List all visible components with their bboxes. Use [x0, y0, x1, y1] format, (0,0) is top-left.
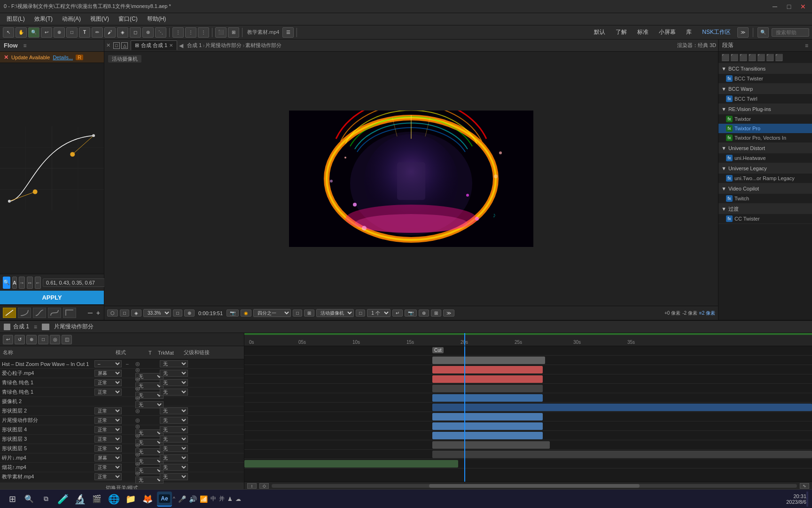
layer-mode-select-5[interactable]: 正常	[94, 407, 122, 414]
minimize-button[interactable]: ─	[771, 3, 779, 10]
effect-heatwave[interactable]: fx uni.Heatwave	[718, 153, 812, 163]
tool-hand[interactable]: ✋	[16, 27, 27, 38]
maximize-button[interactable]: □	[785, 3, 793, 10]
comp-menu-icon[interactable]: ≡	[34, 324, 37, 330]
breadcrumb-1[interactable]: 合成 1	[187, 42, 202, 49]
effect-bcc-twirl[interactable]: fx BCC Twirl	[718, 94, 812, 103]
layer-row-4[interactable]: 摄像机 2 ◎ 无	[0, 397, 244, 406]
layer-mode-select-11[interactable]: 正常	[94, 464, 122, 471]
tray-ime-2[interactable]: 并	[219, 495, 225, 503]
tool-text[interactable]: T	[79, 27, 90, 38]
layer-row-12[interactable]: 教学素材.mp4 正常 ◎ 无 无	[0, 472, 244, 482]
effect-twixtor-pro-vec[interactable]: fx Twixtor Pro, Vectors In	[718, 133, 812, 143]
tl-collapse-btn[interactable]: ◫	[62, 335, 72, 344]
layer-row-7[interactable]: 形状图层 4 正常 ◎ 无 无	[0, 425, 244, 435]
curve-icon-3[interactable]	[48, 308, 61, 318]
tl-lock-btn[interactable]: ◎	[50, 335, 60, 344]
align-left-icon[interactable]: ⬛	[721, 54, 729, 61]
layer-row-2[interactable]: 青绿色 纯色 1 正常 ◎ 无 无	[0, 378, 244, 388]
tool-zoom[interactable]: 🔍	[28, 27, 39, 38]
pt-frame-btn[interactable]: □	[173, 310, 182, 317]
switch-mode-label[interactable]: 切换开关/模式	[106, 484, 138, 489]
taskbar-task-view[interactable]: ⧉	[39, 492, 54, 507]
align-center-v-icon[interactable]: ⬛	[757, 54, 765, 61]
camera-select[interactable]: 活动摄像机	[316, 309, 354, 317]
layer-row-9[interactable]: 形状图层 5 正常 ◎ 无 无	[0, 444, 244, 453]
effect-bcc-twister[interactable]: fx BCC Twister	[718, 74, 812, 83]
section-revision-header[interactable]: ▼ RE:Vision Plug-ins	[718, 104, 812, 114]
taskbar-clock[interactable]: 20:31 2023/8/6	[786, 493, 806, 505]
tl-toggle-btn[interactable]: ↕	[247, 483, 257, 489]
effect-twixtor[interactable]: fx Twixtor	[718, 114, 812, 124]
layer-row-8[interactable]: 形状图层 3 正常 ◎ 无 无	[0, 435, 244, 444]
layer-mode-select-6[interactable]: 正常	[94, 417, 122, 424]
layer-parent-select-0[interactable]: 无	[160, 360, 188, 367]
section-universe-legacy-header[interactable]: ▼ Universe Legacy	[718, 163, 812, 174]
layer-mode-select-10[interactable]: 屏幕	[94, 454, 122, 461]
layer-mode-select-1[interactable]: 屏幕	[94, 370, 122, 377]
pt-view1-btn[interactable]: □	[293, 310, 302, 317]
tray-arrow[interactable]: ^	[173, 496, 175, 501]
tray-network[interactable]: 📶	[200, 495, 208, 503]
tool-unified[interactable]: ⊕	[54, 27, 65, 38]
menu-animation[interactable]: 动画(A)	[58, 14, 85, 24]
pt-color-btn[interactable]: ◉	[241, 310, 251, 317]
tool-select[interactable]: ↖	[3, 27, 14, 38]
tool-align1[interactable]: ⋮	[172, 27, 184, 38]
pt-toggle-btn[interactable]: ◈	[131, 310, 141, 317]
close-button[interactable]: ✕	[799, 3, 807, 10]
tool-eraser[interactable]: ◻	[130, 27, 141, 38]
layer-row-0[interactable]: Hst – Dist Zoom Pow Wave – In Out 1 – – …	[0, 359, 244, 369]
tool-align3[interactable]: ⋮	[198, 27, 209, 38]
pt-preview-btn[interactable]: □	[120, 310, 129, 317]
effect-ramp-legacy[interactable]: fx uni.Two...or Ramp Legacy	[718, 174, 812, 183]
pt-snapshot-btn[interactable]: 📷	[405, 310, 417, 317]
comp-tab-close[interactable]: ✕	[169, 43, 173, 48]
update-close-button[interactable]: ✕	[4, 54, 8, 61]
curve-icon-main[interactable]	[3, 308, 16, 318]
align-last-icon[interactable]: ⬛	[775, 54, 783, 61]
layer-parent-select-2[interactable]: 无	[160, 379, 188, 386]
taskbar-ae-icon[interactable]: Ae	[157, 492, 172, 507]
curve-icon-2[interactable]	[33, 308, 46, 318]
taskbar-icon-1[interactable]: 🧪	[55, 492, 70, 507]
breadcrumb-3[interactable]: 素材慢动作部分	[245, 42, 281, 49]
layer-row-11[interactable]: 烟花↑.mp4 正常 ◎ 无 无	[0, 463, 244, 472]
layer-parent-select-10[interactable]: 无	[160, 454, 188, 461]
tray-ime-1[interactable]: 中	[211, 495, 216, 503]
comp-tab-arrow-left[interactable]: ◀	[179, 42, 183, 49]
flow-zoom-button[interactable]: 🔍	[3, 277, 10, 289]
workspace-standard[interactable]: 标准	[633, 27, 652, 37]
taskbar-icon-5[interactable]: 📁	[123, 492, 138, 507]
menu-window[interactable]: 窗口(C)	[115, 14, 141, 24]
tl-wave-btn[interactable]: ∿	[800, 483, 809, 489]
layer-parent-select-9[interactable]: 无	[160, 445, 188, 452]
taskbar-icon-3[interactable]: 🎬	[89, 492, 104, 507]
effect-cc-twister[interactable]: fx CC Twister	[718, 214, 812, 223]
flow-menu-icon[interactable]: ≡	[23, 42, 27, 49]
tl-solo-btn[interactable]: □	[38, 335, 48, 344]
layer-parent-select-11[interactable]: 无	[160, 464, 188, 471]
workspace-learn[interactable]: 了解	[612, 27, 631, 37]
scrollbar-thumb[interactable]	[429, 484, 639, 488]
layer-parent-select-6[interactable]: 无	[160, 417, 188, 424]
flow-minus-button[interactable]: ←	[35, 277, 41, 289]
breadcrumb-2[interactable]: 片尾慢动作部分	[205, 42, 242, 49]
layer-row-10[interactable]: 碎片↓.mp4 屏幕 ◎ 无 无	[0, 453, 244, 463]
layer-row-3[interactable]: 青绿色 纯色 1 正常 ◎ 无 无	[0, 388, 244, 397]
workspace-more[interactable]: ≫	[737, 27, 749, 38]
show-desktop-btn[interactable]	[806, 492, 808, 507]
tool-snap[interactable]: ⬛	[215, 27, 226, 38]
align-bottom-icon[interactable]: ⬛	[766, 54, 774, 61]
curve-minus-button[interactable]: ─	[88, 309, 93, 317]
taskbar-search[interactable]: 🔍	[22, 492, 37, 507]
flow-a-button[interactable]: A	[12, 277, 17, 289]
flow-h-button[interactable]: ↔	[27, 277, 33, 289]
pt-view2-btn[interactable]: ⊞	[304, 310, 314, 317]
pt-render-btn[interactable]: ⬡	[107, 310, 118, 317]
tl-add-btn[interactable]: ⊕	[26, 335, 37, 344]
effect-twitch[interactable]: fx Twitch	[718, 194, 812, 203]
workspace-default[interactable]: 默认	[590, 27, 609, 37]
pt-render2-btn[interactable]: ↵	[392, 310, 403, 317]
layer-parent-select-1[interactable]: 无	[160, 370, 188, 377]
